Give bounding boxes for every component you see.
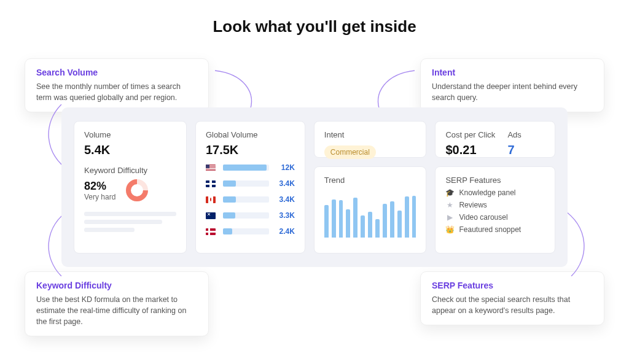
page-title: Look what you'll get inside: [0, 0, 629, 36]
trend-bar: [324, 205, 329, 238]
donut-icon: [124, 177, 150, 203]
trend-bar: [339, 200, 343, 238]
cpc-card: Cost per Click $0.21 Ads 7: [435, 121, 555, 158]
serp-card: SERP Features 🎓Knowledge panel★Reviews▶V…: [435, 166, 555, 254]
trend-bar: [368, 212, 372, 238]
trend-bar: [383, 204, 387, 238]
global-value: 17.5K: [206, 143, 295, 157]
callout-sv-desc: See the monthly number of times a search…: [36, 81, 197, 103]
trend-bar: [405, 196, 409, 238]
callout-kd-title: Keyword Difficulty: [36, 281, 197, 290]
trend-bar: [332, 199, 336, 238]
serp-label: SERP Features: [445, 176, 545, 185]
volume-value: 5.4K: [84, 143, 176, 157]
serp-feature-item: 🎓Knowledge panel: [445, 188, 545, 197]
flag-ca-icon: [206, 196, 216, 203]
trend-bar: [412, 196, 416, 238]
global-volume-row: 3.4K: [206, 178, 295, 189]
flag-au-icon: [206, 212, 216, 219]
trend-chart: [324, 191, 416, 238]
serp-feature-label: Feautured snoppet: [459, 225, 521, 234]
volume-bar: [223, 196, 269, 203]
dashboard-stage: Volume 5.4K Keyword Difficulty 82% Very …: [61, 107, 568, 267]
callout-serp-desc: Check out the special search results tha…: [432, 294, 593, 316]
serp-feature-label: Video carousel: [459, 213, 507, 222]
serp-feature-item: 👑Feautured snoppet: [445, 225, 545, 234]
serp-feature-label: Knowledge panel: [459, 188, 515, 197]
trend-bar: [397, 211, 402, 238]
trend-card: Trend: [314, 166, 427, 254]
global-volume-card: Global Volume 17.5K 12K3.4K3.4K3.3K2.4K: [195, 121, 305, 254]
ads-label: Ads: [507, 130, 521, 139]
kd-percent: 82%: [84, 180, 115, 193]
volume-bar: [223, 228, 269, 234]
serp-feature-label: Reviews: [459, 201, 486, 209]
callout-search-volume: Search Volume See the monthly number of …: [25, 58, 209, 112]
callout-intent-desc: Understand the deeper intent behind ever…: [432, 81, 593, 103]
callout-intent-title: Intent: [432, 68, 593, 77]
global-volume-row: 3.4K: [206, 194, 295, 205]
global-label: Global Volume: [206, 130, 295, 139]
serp-feature-item: ▶Video carousel: [445, 213, 545, 222]
serp-feature-icon: ▶: [445, 213, 454, 222]
volume-kd-card: Volume 5.4K Keyword Difficulty 82% Very …: [74, 121, 187, 254]
ads-value: 7: [507, 143, 521, 157]
flag-no-icon: [206, 228, 216, 235]
serp-feature-icon: ★: [445, 201, 454, 209]
callout-sv-title: Search Volume: [36, 68, 197, 77]
serp-feature-item: ★Reviews: [445, 201, 545, 209]
intent-badge: Commercial: [324, 145, 376, 159]
kd-label: Keyword Difficulty: [84, 166, 176, 175]
cpc-value: $0.21: [445, 143, 495, 157]
intent-label: Intent: [324, 130, 416, 139]
global-volume-row: 3.3K: [206, 210, 295, 221]
kd-note: Very hard: [84, 193, 115, 201]
global-volume-row: 12K: [206, 162, 295, 173]
volume-label: Volume: [84, 130, 176, 139]
flag-uk-icon: [206, 180, 216, 187]
volume-bar-value: 2.4K: [276, 227, 295, 236]
callout-intent: Intent Understand the deeper intent behi…: [420, 58, 604, 112]
trend-bar: [346, 209, 350, 238]
callout-serp: SERP Features Check out the special sear…: [420, 271, 604, 325]
trend-label: Trend: [324, 176, 416, 185]
volume-bar-value: 3.3K: [276, 211, 295, 220]
volume-bar-value: 12K: [276, 163, 295, 172]
cpc-label: Cost per Click: [445, 130, 495, 139]
volume-bar: [223, 180, 269, 187]
serp-feature-icon: 🎓: [445, 188, 454, 197]
callout-serp-title: SERP Features: [432, 281, 593, 290]
global-volume-row: 2.4K: [206, 226, 295, 237]
intent-card: Intent Commercial: [314, 121, 427, 158]
serp-feature-icon: 👑: [445, 225, 454, 234]
callout-kd: Keyword Difficulty Use the best KD formu…: [25, 271, 209, 336]
trend-bar: [375, 219, 380, 238]
trend-bar: [353, 198, 357, 238]
flag-us-icon: [206, 165, 216, 171]
placeholder-lines: [84, 212, 176, 236]
callout-kd-desc: Use the best KD formula on the market to…: [36, 294, 197, 327]
volume-bar: [223, 212, 269, 219]
trend-bar: [361, 215, 365, 238]
trend-bar: [390, 201, 394, 238]
volume-bar-value: 3.4K: [276, 195, 295, 204]
volume-bar: [223, 165, 269, 171]
volume-bar-value: 3.4K: [276, 179, 295, 188]
